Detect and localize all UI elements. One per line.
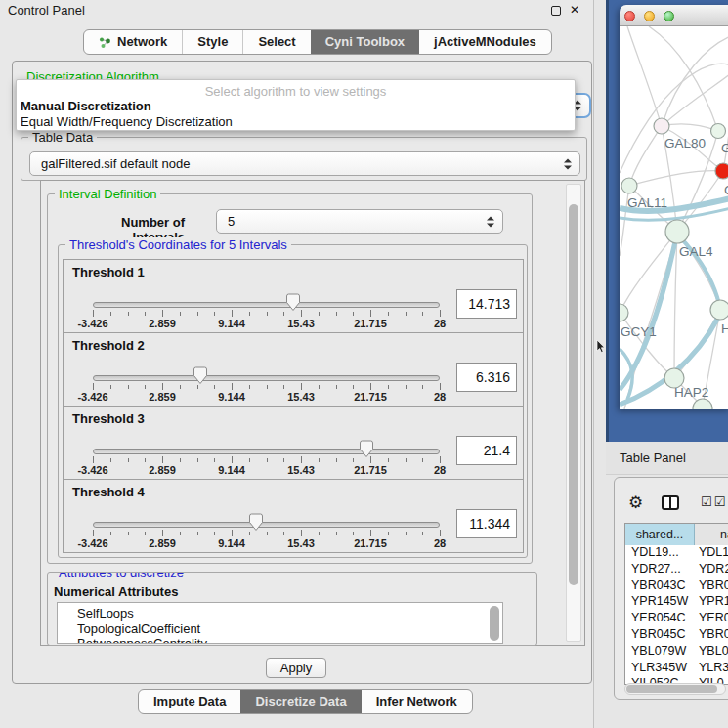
tick-mark: [388, 532, 389, 535]
cell-name: YDL1: [695, 545, 728, 562]
tick-mark: [301, 456, 302, 463]
tab-discretize-data[interactable]: Discretize Data: [240, 690, 361, 713]
num-intervals-combo[interactable]: 5: [216, 209, 503, 234]
network-canvas[interactable]: GAL80GCGAL11GAL4HGCY1HAP2: [620, 26, 728, 409]
threshold-slider-thumb[interactable]: [285, 293, 301, 312]
thresholds-group: Threshold's Coordinates for 5 Intervals …: [58, 244, 528, 558]
table-row[interactable]: YER054CYER0: [625, 611, 728, 627]
threshold-slider-track[interactable]: [93, 375, 440, 381]
threshold-slider-track[interactable]: [93, 449, 440, 454]
tick-mark: [283, 312, 284, 316]
network-node-g[interactable]: [711, 124, 726, 139]
attributes-group-title: Attributes to discretize: [55, 572, 188, 579]
network-node-gcy1[interactable]: [620, 304, 628, 321]
threshold-slider-thumb[interactable]: [359, 440, 374, 458]
column-header-shared[interactable]: shared...: [625, 524, 695, 545]
threshold-value-field[interactable]: 11.344: [456, 509, 517, 538]
table-data-combo-value: galFiltered.sif default node: [41, 156, 190, 171]
tick-mark: [249, 385, 250, 389]
tick-mark: [128, 385, 129, 389]
float-icon[interactable]: [551, 6, 561, 16]
tick-mark: [388, 312, 389, 316]
zoom-traffic-light-icon[interactable]: [664, 11, 674, 21]
network-edge[interactable]: [662, 36, 728, 126]
network-node-gal80[interactable]: [654, 118, 669, 134]
table-row[interactable]: YDR27...YDR2: [625, 562, 728, 578]
settings-scrollbar-thumb[interactable]: [569, 204, 578, 585]
threshold-slider-thumb[interactable]: [193, 366, 208, 385]
node-label-gal4: GAL4: [679, 244, 713, 259]
threshold-value-field[interactable]: 14.713: [456, 289, 517, 319]
tick-mark: [214, 532, 215, 535]
table-row[interactable]: YPR145WYPR1: [625, 594, 728, 611]
network-edge[interactable]: [629, 126, 662, 186]
network-node-h[interactable]: [710, 300, 728, 320]
threshold-value-field[interactable]: 21.4: [456, 436, 517, 465]
tick-mark: [197, 532, 198, 535]
gear-icon[interactable]: ⚙: [628, 494, 643, 511]
numerical-attributes-list[interactable]: SelfLoopsTopologicalCoefficientBetweenne…: [57, 602, 503, 644]
threshold-slider-thumb[interactable]: [248, 513, 264, 532]
tick-mark: [249, 312, 250, 316]
table-row[interactable]: YDL19...YDL1: [625, 545, 728, 562]
network-edge[interactable]: [627, 26, 662, 126]
network-window-titlebar[interactable]: [620, 5, 728, 26]
tab-label: Infer Network: [376, 690, 457, 713]
close-traffic-light-icon[interactable]: [624, 11, 635, 21]
table-data-group: Table Data galFiltered.sif default node: [21, 137, 587, 181]
dropdown-item-equal-width-frequency[interactable]: Equal Width/Frequency Discretization: [17, 114, 575, 130]
tick-mark: [232, 530, 233, 536]
network-edge[interactable]: [620, 64, 728, 173]
tick-mark: [301, 530, 302, 536]
tick-mark: [162, 456, 163, 463]
tick-mark: [353, 385, 354, 389]
network-edge[interactable]: [629, 171, 723, 186]
minimize-traffic-light-icon[interactable]: [644, 11, 655, 21]
close-icon[interactable]: ✕: [570, 3, 579, 17]
network-node-gal11[interactable]: [621, 178, 637, 193]
table-hscroll-thumb[interactable]: [626, 685, 717, 693]
select-columns-checkboxes-icon[interactable]: ☑☑: [701, 494, 727, 509]
tick-mark: [180, 532, 181, 535]
threshold-slider-track[interactable]: [93, 522, 440, 528]
node-label-gal80: GAL80: [664, 136, 706, 150]
tick-mark: [267, 312, 268, 316]
table-horizontal-scrollbar[interactable]: [624, 683, 726, 695]
cell-name: YBL0: [695, 644, 728, 661]
tick-label: 28: [410, 537, 469, 549]
tick-mark: [370, 310, 371, 317]
table-row[interactable]: YBL079WYBL0: [625, 644, 728, 661]
tick-mark: [145, 532, 146, 535]
tick-mark: [162, 310, 163, 317]
apply-button[interactable]: Apply: [266, 658, 326, 678]
column-header-name[interactable]: na: [695, 524, 728, 545]
tab-jactivemnodules[interactable]: jActiveMNodules: [419, 30, 551, 54]
tab-cyni-toolbox[interactable]: Cyni Toolbox: [311, 30, 419, 54]
attribute-item-selfloops[interactable]: SelfLoops: [58, 606, 502, 621]
split-columns-icon[interactable]: [662, 495, 679, 510]
tab-impute-data[interactable]: Impute Data: [139, 690, 240, 713]
tick-label: 21.715: [341, 537, 400, 549]
tick-mark: [110, 312, 111, 316]
tick-mark: [336, 532, 337, 535]
settings-scrollbar[interactable]: [566, 184, 581, 642]
tick-mark: [180, 312, 181, 316]
dropdown-item-manual-discretization[interactable]: Manual Discretization: [17, 99, 575, 114]
tab-style[interactable]: Style: [182, 30, 242, 54]
table-panel-titlebar: Table Panel: [606, 442, 728, 475]
tick-mark: [388, 385, 389, 389]
threshold-value-field[interactable]: 6.316: [456, 363, 517, 392]
attributes-list-scrollbar[interactable]: [490, 606, 499, 641]
table-data-combo[interactable]: galFiltered.sif default node: [29, 151, 580, 176]
network-node-c[interactable]: [715, 163, 728, 179]
tab-select[interactable]: Select: [242, 30, 310, 54]
network-node-gal4[interactable]: [665, 220, 689, 243]
threshold-slider-track[interactable]: [93, 302, 440, 308]
table-row[interactable]: YBR043CYBR0: [625, 578, 728, 595]
attribute-item-topologicalcoefficient[interactable]: TopologicalCoefficient: [58, 621, 502, 637]
table-row[interactable]: YLR345WYLR3: [625, 661, 728, 677]
attribute-item-betweennesscentrality[interactable]: BetweennessCentrality: [58, 636, 502, 644]
tab-infer-network[interactable]: Infer Network: [362, 690, 472, 713]
table-row[interactable]: YBR045CYBR0: [625, 627, 728, 644]
tab-network[interactable]: Network: [84, 30, 182, 54]
